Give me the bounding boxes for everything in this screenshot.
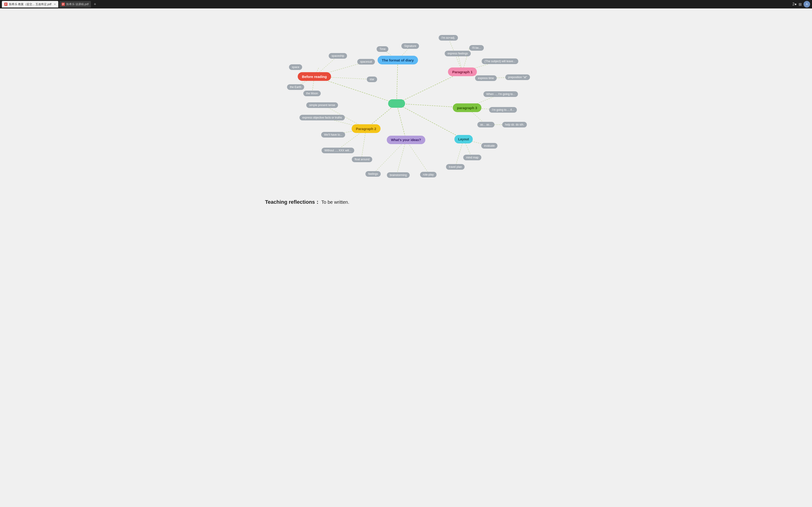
node-express-time[interactable]: express time bbox=[475, 75, 497, 81]
svg-line-2 bbox=[397, 72, 462, 104]
node-as-as[interactable]: as... as... bbox=[477, 122, 495, 127]
node-format-diary[interactable]: The format of diary bbox=[377, 56, 418, 64]
svg-line-1 bbox=[397, 60, 398, 104]
svg-line-31 bbox=[397, 140, 406, 175]
node-when-im-going[interactable]: When ..., I'm going to... bbox=[483, 91, 518, 97]
node-paragraph2[interactable]: Paragraph 2 bbox=[352, 124, 380, 133]
page-indicator: 2● bbox=[792, 2, 797, 6]
titlebar: P 陈希乐 教案（提交... 五改终定.pdf ✕ P 陈希乐 说课稿.pdf … bbox=[0, 0, 812, 8]
node-well-have-to[interactable]: We'll have to... bbox=[321, 132, 345, 137]
reflections-content: To be written. bbox=[321, 200, 349, 205]
tab2-label: 陈希乐 说课稿.pdf bbox=[66, 2, 89, 6]
node-im-so-adj[interactable]: I'm so+adj. bbox=[439, 35, 458, 41]
node-ideas[interactable]: What's your ideas? bbox=[387, 136, 425, 144]
node-simple-present-tense[interactable]: simple present tense bbox=[306, 102, 338, 108]
titlebar-right: 2● ⊞ A bbox=[792, 1, 810, 7]
svg-line-32 bbox=[406, 140, 429, 175]
tab1-close[interactable]: ✕ bbox=[54, 3, 56, 6]
node-spacesuit[interactable]: spacesuit bbox=[357, 59, 375, 64]
node-subject-will-leave[interactable]: (The subject) will leave... bbox=[481, 58, 518, 64]
tab1-label: 陈希乐 教案（提交... 五改终定.pdf bbox=[9, 2, 51, 6]
teaching-reflections: Teaching reflections： To be written. bbox=[265, 199, 547, 206]
node-layout[interactable]: Layout bbox=[454, 135, 473, 144]
node-time[interactable]: Time bbox=[376, 46, 388, 52]
node-the-moon[interactable]: the Moon bbox=[303, 91, 321, 96]
node-paragraph1[interactable]: Paragraph 1 bbox=[448, 68, 477, 76]
node-express-feelings[interactable]: express feelings bbox=[445, 51, 471, 56]
node-express-objective[interactable]: express objective facts or truths bbox=[300, 115, 345, 120]
node-without-xxx[interactable]: Without ..., XXX will... bbox=[322, 148, 354, 153]
node-star[interactable]: star bbox=[367, 76, 377, 82]
tab-1[interactable]: P 陈希乐 教案（提交... 五改终定.pdf ✕ bbox=[2, 1, 58, 7]
node-travel-plan[interactable]: travel plan bbox=[446, 164, 464, 170]
node-center[interactable] bbox=[388, 99, 405, 108]
svg-line-30 bbox=[373, 140, 406, 174]
node-evaluate[interactable]: evaluate bbox=[481, 143, 497, 149]
tab2-icon: P bbox=[61, 3, 65, 6]
tab1-icon: P bbox=[4, 3, 7, 6]
node-im-going-to-if[interactable]: I'm going to..., if... bbox=[489, 107, 517, 113]
node-ill-be[interactable]: I'll be... bbox=[469, 45, 484, 51]
tab-2[interactable]: P 陈希乐 说课稿.pdf bbox=[59, 1, 91, 7]
new-tab-button[interactable]: + bbox=[92, 2, 98, 7]
svg-line-25 bbox=[361, 129, 366, 159]
node-preposition-at[interactable]: preposition "at" bbox=[505, 74, 530, 80]
node-spaceship[interactable]: spaceship bbox=[329, 53, 347, 59]
node-mind-map[interactable]: mind map bbox=[463, 155, 481, 160]
node-before-reading[interactable]: Before reading bbox=[298, 72, 331, 81]
grid-icon[interactable]: ⊞ bbox=[799, 2, 802, 7]
content-area: Before reading The format of diary Parag… bbox=[0, 8, 812, 507]
node-float-around[interactable]: float around bbox=[352, 157, 372, 162]
node-help-sb[interactable]: help sb. do sth. bbox=[502, 122, 527, 127]
reflections-label: Teaching reflections： bbox=[265, 199, 320, 205]
svg-line-5 bbox=[397, 104, 406, 140]
avatar[interactable]: A bbox=[804, 1, 810, 7]
node-paragraph3[interactable]: paragraph 3 bbox=[453, 104, 481, 112]
node-brainstorming[interactable]: brainstorming bbox=[387, 172, 410, 178]
node-feelings[interactable]: feelings bbox=[365, 171, 380, 177]
node-space[interactable]: space bbox=[289, 64, 302, 70]
node-signature[interactable]: Signature bbox=[401, 43, 419, 49]
node-role-play[interactable]: role-play bbox=[420, 172, 437, 177]
mindmap-container: Before reading The format of diary Parag… bbox=[265, 15, 547, 191]
node-the-earth[interactable]: the Earth bbox=[287, 84, 304, 90]
